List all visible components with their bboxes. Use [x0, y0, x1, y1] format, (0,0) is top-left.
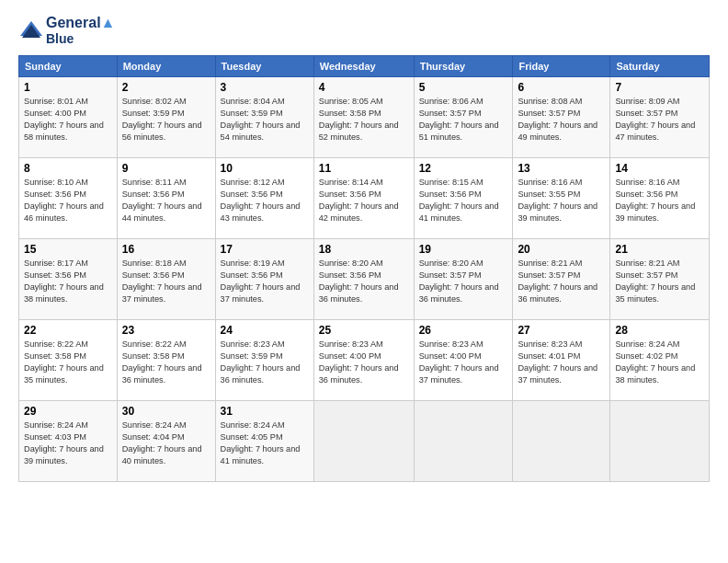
- day-number: 26: [419, 324, 508, 337]
- calendar-cell: 22 Sunrise: 8:22 AMSunset: 3:58 PMDaylig…: [19, 320, 118, 401]
- day-number: 10: [221, 162, 309, 175]
- day-number: 19: [419, 243, 508, 256]
- calendar-cell: 10 Sunrise: 8:12 AMSunset: 3:56 PMDaylig…: [215, 158, 313, 239]
- calendar-cell: 23 Sunrise: 8:22 AMSunset: 3:58 PMDaylig…: [117, 320, 215, 401]
- day-number: 5: [419, 81, 508, 94]
- day-info: Sunrise: 8:18 AMSunset: 3:56 PMDaylight:…: [122, 259, 202, 304]
- page: General▲ Blue SundayMondayTuesdayWednesd…: [0, 0, 728, 563]
- day-number: 17: [221, 243, 309, 256]
- calendar-cell: 25 Sunrise: 8:23 AMSunset: 4:00 PMDaylig…: [313, 320, 414, 401]
- day-info: Sunrise: 8:24 AMSunset: 4:04 PMDaylight:…: [122, 420, 202, 465]
- day-number: 12: [419, 162, 508, 175]
- calendar-cell: 19 Sunrise: 8:20 AMSunset: 3:57 PMDaylig…: [414, 239, 513, 320]
- weekday-header-sunday: Sunday: [19, 56, 118, 77]
- logo-text: General▲ Blue: [46, 15, 115, 46]
- calendar-cell: 1 Sunrise: 8:01 AMSunset: 4:00 PMDayligh…: [19, 77, 118, 158]
- day-info: Sunrise: 8:23 AMSunset: 4:00 PMDaylight:…: [319, 339, 399, 385]
- logo-icon: [18, 17, 44, 43]
- calendar-cell: [513, 401, 610, 482]
- week-row-5: 29 Sunrise: 8:24 AMSunset: 4:03 PMDaylig…: [19, 401, 710, 482]
- day-info: Sunrise: 8:17 AMSunset: 3:56 PMDaylight:…: [24, 259, 104, 304]
- calendar-cell: 27 Sunrise: 8:23 AMSunset: 4:01 PMDaylig…: [513, 320, 610, 401]
- day-info: Sunrise: 8:04 AMSunset: 3:59 PMDaylight:…: [221, 97, 301, 142]
- calendar-cell: 20 Sunrise: 8:21 AMSunset: 3:57 PMDaylig…: [513, 239, 610, 320]
- day-info: Sunrise: 8:08 AMSunset: 3:57 PMDaylight:…: [518, 97, 597, 142]
- calendar-cell: 5 Sunrise: 8:06 AMSunset: 3:57 PMDayligh…: [414, 77, 513, 158]
- day-info: Sunrise: 8:01 AMSunset: 4:00 PMDaylight:…: [24, 97, 104, 142]
- day-info: Sunrise: 8:12 AMSunset: 3:56 PMDaylight:…: [221, 178, 301, 223]
- day-info: Sunrise: 8:15 AMSunset: 3:56 PMDaylight:…: [419, 178, 499, 223]
- weekday-header-thursday: Thursday: [414, 56, 513, 77]
- day-info: Sunrise: 8:11 AMSunset: 3:56 PMDaylight:…: [122, 178, 202, 223]
- day-info: Sunrise: 8:23 AMSunset: 4:01 PMDaylight:…: [518, 339, 597, 385]
- day-number: 13: [518, 162, 605, 175]
- day-info: Sunrise: 8:21 AMSunset: 3:57 PMDaylight:…: [518, 259, 597, 304]
- day-info: Sunrise: 8:23 AMSunset: 4:00 PMDaylight:…: [419, 339, 499, 385]
- day-info: Sunrise: 8:14 AMSunset: 3:56 PMDaylight:…: [319, 178, 399, 223]
- day-info: Sunrise: 8:21 AMSunset: 3:57 PMDaylight:…: [615, 259, 695, 304]
- day-number: 14: [615, 162, 704, 175]
- calendar-cell: 3 Sunrise: 8:04 AMSunset: 3:59 PMDayligh…: [215, 77, 313, 158]
- calendar-cell: 13 Sunrise: 8:16 AMSunset: 3:55 PMDaylig…: [513, 158, 610, 239]
- day-info: Sunrise: 8:05 AMSunset: 3:58 PMDaylight:…: [319, 97, 399, 142]
- weekday-header-friday: Friday: [513, 56, 610, 77]
- calendar-cell: 17 Sunrise: 8:19 AMSunset: 3:56 PMDaylig…: [215, 239, 313, 320]
- day-info: Sunrise: 8:16 AMSunset: 3:55 PMDaylight:…: [518, 178, 597, 223]
- day-info: Sunrise: 8:10 AMSunset: 3:56 PMDaylight:…: [24, 178, 104, 223]
- calendar: SundayMondayTuesdayWednesdayThursdayFrid…: [18, 55, 710, 482]
- logo: General▲ Blue: [18, 15, 115, 46]
- day-info: Sunrise: 8:24 AMSunset: 4:05 PMDaylight:…: [221, 420, 301, 465]
- calendar-cell: 30 Sunrise: 8:24 AMSunset: 4:04 PMDaylig…: [117, 401, 215, 482]
- week-row-1: 1 Sunrise: 8:01 AMSunset: 4:00 PMDayligh…: [19, 77, 710, 158]
- day-info: Sunrise: 8:20 AMSunset: 3:57 PMDaylight:…: [419, 259, 499, 304]
- calendar-cell: 8 Sunrise: 8:10 AMSunset: 3:56 PMDayligh…: [19, 158, 118, 239]
- calendar-cell: 11 Sunrise: 8:14 AMSunset: 3:56 PMDaylig…: [313, 158, 414, 239]
- day-number: 25: [319, 324, 409, 337]
- day-info: Sunrise: 8:02 AMSunset: 3:59 PMDaylight:…: [122, 97, 202, 142]
- calendar-cell: 21 Sunrise: 8:21 AMSunset: 3:57 PMDaylig…: [610, 239, 710, 320]
- calendar-cell: 31 Sunrise: 8:24 AMSunset: 4:05 PMDaylig…: [215, 401, 313, 482]
- day-number: 11: [319, 162, 409, 175]
- calendar-cell: 16 Sunrise: 8:18 AMSunset: 3:56 PMDaylig…: [117, 239, 215, 320]
- calendar-cell: 26 Sunrise: 8:23 AMSunset: 4:00 PMDaylig…: [414, 320, 513, 401]
- calendar-cell: 7 Sunrise: 8:09 AMSunset: 3:57 PMDayligh…: [610, 77, 710, 158]
- calendar-cell: 29 Sunrise: 8:24 AMSunset: 4:03 PMDaylig…: [19, 401, 118, 482]
- day-number: 23: [122, 324, 210, 337]
- calendar-cell: 4 Sunrise: 8:05 AMSunset: 3:58 PMDayligh…: [313, 77, 414, 158]
- weekday-header-wednesday: Wednesday: [313, 56, 414, 77]
- day-number: 20: [518, 243, 605, 256]
- day-info: Sunrise: 8:19 AMSunset: 3:56 PMDaylight:…: [221, 259, 301, 304]
- day-number: 2: [122, 81, 210, 94]
- day-number: 30: [122, 405, 210, 418]
- day-number: 31: [221, 405, 309, 418]
- calendar-cell: [610, 401, 710, 482]
- day-number: 27: [518, 324, 605, 337]
- day-number: 18: [319, 243, 409, 256]
- day-info: Sunrise: 8:16 AMSunset: 3:56 PMDaylight:…: [615, 178, 695, 223]
- day-info: Sunrise: 8:06 AMSunset: 3:57 PMDaylight:…: [419, 97, 499, 142]
- day-info: Sunrise: 8:24 AMSunset: 4:03 PMDaylight:…: [24, 420, 104, 465]
- calendar-cell: 18 Sunrise: 8:20 AMSunset: 3:56 PMDaylig…: [313, 239, 414, 320]
- calendar-cell: 9 Sunrise: 8:11 AMSunset: 3:56 PMDayligh…: [117, 158, 215, 239]
- day-number: 21: [615, 243, 704, 256]
- day-info: Sunrise: 8:09 AMSunset: 3:57 PMDaylight:…: [615, 97, 695, 142]
- day-number: 9: [122, 162, 210, 175]
- header: General▲ Blue: [18, 15, 710, 46]
- day-number: 16: [122, 243, 210, 256]
- calendar-cell: [313, 401, 414, 482]
- day-number: 29: [24, 405, 112, 418]
- day-number: 6: [518, 81, 605, 94]
- day-number: 7: [615, 81, 704, 94]
- week-row-2: 8 Sunrise: 8:10 AMSunset: 3:56 PMDayligh…: [19, 158, 710, 239]
- day-number: 22: [24, 324, 112, 337]
- day-number: 28: [615, 324, 704, 337]
- weekday-header-row: SundayMondayTuesdayWednesdayThursdayFrid…: [19, 56, 710, 77]
- day-number: 4: [319, 81, 409, 94]
- day-info: Sunrise: 8:23 AMSunset: 3:59 PMDaylight:…: [221, 339, 301, 385]
- day-number: 1: [24, 81, 112, 94]
- calendar-cell: 28 Sunrise: 8:24 AMSunset: 4:02 PMDaylig…: [610, 320, 710, 401]
- calendar-cell: 2 Sunrise: 8:02 AMSunset: 3:59 PMDayligh…: [117, 77, 215, 158]
- day-number: 24: [221, 324, 309, 337]
- day-info: Sunrise: 8:22 AMSunset: 3:58 PMDaylight:…: [24, 339, 104, 385]
- calendar-cell: 12 Sunrise: 8:15 AMSunset: 3:56 PMDaylig…: [414, 158, 513, 239]
